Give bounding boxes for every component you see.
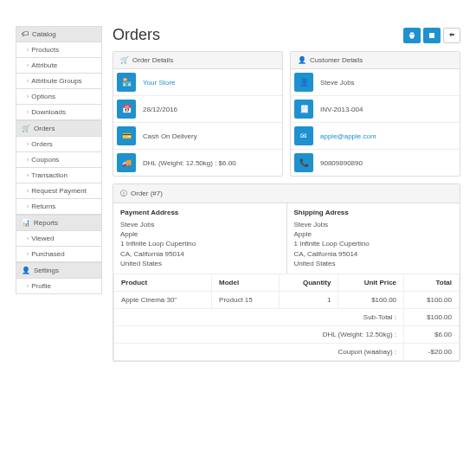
invoice-button[interactable] — [423, 28, 441, 43]
print-button[interactable] — [403, 28, 421, 43]
panel-title: Customer Details — [310, 56, 363, 64]
group-label: Settings — [34, 267, 59, 274]
address-line: Apple — [120, 229, 280, 239]
address-line: CA, California 95014 — [120, 249, 280, 259]
sidebar-item-label: Returns — [31, 203, 55, 210]
address-line: Apple — [294, 229, 453, 239]
sidebar-group-reports[interactable]: 📊Reports — [16, 215, 102, 231]
order-items-table: Product Model Quantity Unit Price Total … — [113, 273, 460, 361]
sidebar-group-catalog[interactable]: 🏷Catalog — [16, 26, 102, 42]
address-line: United States — [120, 259, 280, 268]
truck-icon: 🚚 — [117, 153, 136, 172]
product-link[interactable]: Apple Cinema 30" — [114, 291, 212, 308]
sidebar: 🏷Catalog›Products›Attribute›Attribute Gr… — [16, 26, 102, 362]
cell: $100.00 — [338, 291, 404, 308]
group-label: Reports — [34, 219, 58, 227]
doc-icon: 🧾 — [294, 100, 313, 119]
address-line: 1 Infinite Loop Cupertino — [294, 239, 453, 248]
col-model: Model — [212, 273, 280, 291]
sidebar-item-label: Purchased — [31, 250, 64, 258]
chevron-icon: › — [27, 62, 29, 68]
chevron-icon: › — [27, 47, 29, 53]
cell: $100.00 — [404, 291, 460, 308]
store-link[interactable]: Your Store — [139, 69, 179, 95]
sidebar-item-request-payment[interactable]: ›Request Payment — [16, 183, 102, 199]
cell: Product 15 — [212, 291, 280, 308]
sidebar-item-profile[interactable]: ›Profile — [16, 279, 102, 294]
chevron-icon: › — [27, 203, 29, 209]
shipping-method: DHL (Weight: 12.50kg) : $6.00 — [139, 150, 240, 176]
sidebar-group-orders[interactable]: 🛒Orders — [16, 120, 102, 137]
order-items-panel: ⓘOrder (#7) Payment Address Steve JobsAp… — [113, 183, 460, 362]
address-line: 1 Infinite Loop Cupertino — [120, 239, 280, 248]
phone-icon: 📞 — [294, 153, 313, 172]
sidebar-item-label: Products — [31, 46, 59, 54]
table-row: Apple Cinema 30"Product 151$100.00$100.0… — [114, 291, 460, 308]
sidebar-item-downloads[interactable]: ›Downloads — [16, 105, 102, 120]
total-row: Sub-Total :$100.00 — [114, 308, 460, 325]
sidebar-item-orders[interactable]: ›Orders — [16, 137, 102, 152]
chevron-icon: › — [27, 141, 29, 147]
shipping-address: Shipping Adress Steve JobsApple1 Infinit… — [287, 203, 460, 273]
sidebar-item-attribute[interactable]: ›Attribute — [16, 58, 102, 74]
sidebar-item-label: Transaction — [31, 171, 68, 179]
chevron-icon: › — [27, 283, 29, 289]
total-label: Sub-Total : — [114, 308, 404, 325]
sidebar-item-label: Options — [31, 93, 55, 100]
sidebar-item-viewed[interactable]: ›Viewed — [16, 231, 102, 247]
invoice-number: INV-2013-004 — [317, 96, 366, 122]
customer-phone: 90809890890 — [317, 150, 366, 176]
address-line: Steve Jobs — [294, 220, 453, 229]
address-heading: Shipping Adress — [294, 209, 453, 216]
sidebar-group-settings[interactable]: 👤Settings — [16, 262, 102, 279]
sidebar-item-label: Attribute — [31, 61, 57, 69]
panel-title: Order (#7) — [131, 190, 163, 197]
chart-icon: 📊 — [22, 219, 30, 227]
total-row: DHL (Weight: 12.50kg) :$6.00 — [114, 325, 460, 343]
info-icon: ⓘ — [120, 189, 127, 198]
cell: 1 — [279, 291, 338, 308]
col-unit: Unit Price — [338, 273, 404, 291]
customer-email[interactable]: apple@apple.com — [317, 123, 380, 149]
main-content: Orders 🛒Order Details 🏪Your Store 📅28/12… — [113, 26, 460, 362]
user-icon: 👤 — [298, 56, 306, 64]
calendar-icon: 📅 — [117, 100, 136, 119]
chevron-icon: › — [27, 157, 29, 163]
chevron-icon: › — [27, 251, 29, 257]
total-value: $6.00 — [404, 325, 460, 343]
chevron-icon: › — [27, 188, 29, 194]
chevron-icon: › — [27, 78, 29, 84]
panel-title: Order Details — [132, 56, 173, 64]
sidebar-item-label: Attribute Groups — [31, 77, 81, 85]
total-label: Coupon (waabay) : — [114, 343, 404, 360]
sidebar-item-products[interactable]: ›Products — [16, 42, 102, 58]
sidebar-item-coupons[interactable]: ›Coupons — [16, 152, 102, 168]
sidebar-item-label: Viewed — [31, 235, 54, 242]
cart-icon: 🛒 — [120, 56, 129, 64]
col-product: Product — [114, 273, 212, 291]
chevron-icon: › — [27, 235, 29, 241]
back-button[interactable] — [443, 28, 460, 43]
total-label: DHL (Weight: 12.50kg) : — [114, 325, 404, 343]
sidebar-item-label: Orders — [31, 140, 52, 148]
sidebar-item-purchased[interactable]: ›Purchased — [16, 247, 102, 262]
group-label: Orders — [34, 125, 55, 132]
sidebar-item-options[interactable]: ›Options — [16, 89, 102, 105]
payment-method: Cash On Delivery — [139, 123, 201, 149]
col-total: Total — [404, 273, 460, 291]
total-value: -$20.00 — [404, 343, 460, 360]
order-date: 28/12/2016 — [139, 96, 181, 122]
svg-rect-0 — [429, 33, 434, 38]
sidebar-item-attribute-groups[interactable]: ›Attribute Groups — [16, 74, 102, 89]
order-details-panel: 🛒Order Details 🏪Your Store 📅28/12/2016 💳… — [113, 51, 283, 177]
col-qty: Quantity — [279, 273, 338, 291]
user-icon: 👤 — [22, 267, 30, 274]
sidebar-item-returns[interactable]: ›Returns — [16, 199, 102, 215]
user-icon: 👤 — [294, 73, 313, 92]
action-buttons — [403, 28, 460, 43]
sidebar-item-transaction[interactable]: ›Transaction — [16, 168, 102, 183]
address-line: Steve Jobs — [120, 220, 280, 229]
sidebar-item-label: Request Payment — [31, 187, 87, 195]
address-line: United States — [294, 259, 453, 268]
cart-icon: 🛒 — [22, 125, 30, 132]
